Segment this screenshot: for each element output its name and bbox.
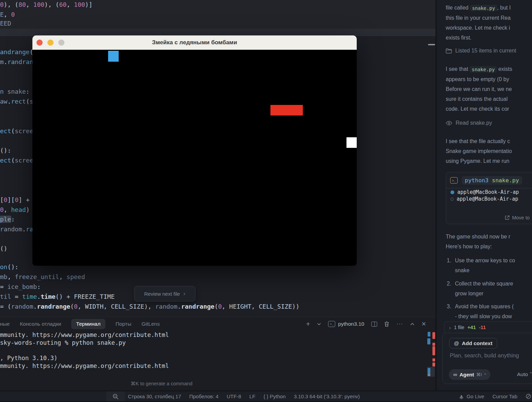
- code-token: ), (: [4, 1, 18, 8]
- add-context-button[interactable]: @ Add context: [449, 338, 497, 349]
- chat-input-placeholder[interactable]: Plan, search, build anything: [450, 352, 519, 359]
- code-token: 60: [59, 1, 66, 8]
- assistant-text-line: I see that snake.py exists: [446, 64, 532, 74]
- close-panel-button[interactable]: ×: [422, 320, 426, 328]
- code-token: (: [11, 127, 15, 135]
- zoom-traffic-light[interactable]: [58, 40, 64, 46]
- code-line: 0), (80, 100), (60, 100)]: [0, 1, 92, 9]
- minimap-slider[interactable]: [428, 44, 435, 45]
- cursor-tab-status[interactable]: Cursor Tab: [492, 393, 517, 399]
- terminal-tab-ports[interactable]: Порты: [116, 321, 131, 327]
- chevron-down-icon[interactable]: [317, 323, 321, 325]
- code-token: ,: [4, 11, 11, 18]
- terminal-session-item[interactable]: >_ python3.10: [328, 321, 364, 327]
- code-token: WIDTH: [85, 303, 103, 310]
- assistant-text-line: - they will slow you dow: [455, 311, 514, 321]
- more-actions-button[interactable]: ···: [396, 321, 403, 327]
- code-token: 0: [4, 196, 8, 203]
- assistant-paragraph: I see that the file actually cSnake game…: [446, 136, 532, 166]
- review-next-file-button[interactable]: Review next file ›: [134, 286, 195, 302]
- terminal-tab-output[interactable]: ные: [0, 321, 10, 327]
- code-token: CELL_SIZE: [111, 303, 144, 310]
- terminal-session-label: python3.10: [338, 321, 364, 327]
- terminal-output-line: , Python 3.10.3): [0, 355, 58, 361]
- status-item[interactable]: 3.10.3 64-bit ('3.10.3': pyenv): [294, 393, 360, 399]
- split-terminal-button[interactable]: [371, 322, 377, 327]
- terminal-header: ныеКонсоль отладкиТерминалПортыGitLens +…: [0, 318, 435, 330]
- code-token: 0: [218, 303, 222, 310]
- code-token: :: [26, 88, 30, 95]
- code-token: time: [41, 293, 55, 300]
- pygame-titlebar[interactable]: Змейка с ледяными бомбами: [32, 35, 357, 50]
- chevron-right-icon: ›: [183, 290, 186, 297]
- list-item-lines: Avoid the blue squares (- they will slow…: [455, 302, 514, 321]
- terminal-tab-terminal[interactable]: Терминал: [71, 319, 105, 329]
- changed-files-bar[interactable]: › 1 file +41 -11: [444, 321, 532, 333]
- text-span: I see that: [446, 66, 470, 72]
- kill-terminal-button[interactable]: [384, 321, 389, 327]
- code-line: ect(scree: [0, 127, 33, 135]
- chevron-right-icon: ›: [449, 325, 451, 330]
- terminal-output-line: mmunity. https://www.pygame.org/contribu…: [0, 362, 169, 369]
- code-token: () +: [56, 293, 74, 300]
- code-token: ,: [66, 1, 74, 8]
- terminal-tab-gitlens[interactable]: GitLens: [142, 321, 160, 327]
- terminal-output[interactable]: mmunity. https://www.pygame.org/contribu…: [0, 331, 435, 375]
- assistant-text-line: sure it contains the actual: [446, 94, 532, 104]
- terminal-toolbar: + >_ python3.10 ··· ×: [306, 318, 426, 330]
- code-token: time: [22, 293, 37, 300]
- close-traffic-light[interactable]: [36, 40, 43, 46]
- terminal-command-card[interactable]: >_ python3 snake.py apple@MacBook-Air-ap…: [446, 172, 532, 224]
- assistant-text-line: Here's how to play:: [446, 242, 532, 251]
- move-to-button[interactable]: Move to: [505, 215, 530, 220]
- status-item[interactable]: Строка 30, столбец 17: [128, 393, 181, 399]
- model-selector[interactable]: Auto ^: [517, 371, 532, 377]
- code-token: ple: [0, 216, 11, 223]
- code-line: 0, head): [0, 206, 30, 214]
- code-line: (): [0, 245, 8, 253]
- code-line: = ice_bomb:: [0, 283, 41, 291]
- terminal-output-line: sky-words-routing % python snake.py: [0, 339, 126, 346]
- terminal-output-row: apple@MacBook-Air-ap: [446, 195, 532, 202]
- food-square: [346, 137, 357, 148]
- assistant-list-item: 3.Avoid the blue squares (- they will sl…: [447, 302, 514, 321]
- terminal-panel: ныеКонсоль отладкиТерминалПортыGitLens +…: [0, 317, 435, 390]
- assistant-text-line: The game should now be r: [446, 232, 532, 242]
- status-item[interactable]: UTF-8: [227, 393, 241, 399]
- tool-call-row[interactable]: Read snake.py: [446, 120, 492, 126]
- code-token: random: [11, 303, 33, 310]
- code-token: )]: [85, 1, 92, 8]
- chat-input-box[interactable]: @ Add context Plan, search, build anythi…: [442, 333, 532, 384]
- assistant-text-line: workspace. Let me check i: [446, 23, 532, 33]
- search-button[interactable]: [106, 391, 125, 401]
- code-token: ),: [144, 303, 156, 310]
- changed-files-count: 1 file: [454, 325, 464, 330]
- terminal-tab-debug-console[interactable]: Консоль отладки: [20, 321, 61, 327]
- do-not-disturb-icon[interactable]: [526, 393, 531, 399]
- code-token: 0: [0, 206, 4, 213]
- code-token: 0: [11, 11, 15, 18]
- assistant-text-line: code. Let me check its cor: [446, 104, 532, 114]
- pygame-window[interactable]: Змейка с ледяными бомбами: [32, 35, 357, 266]
- text-span: , but I: [497, 5, 511, 11]
- traffic-lights: [36, 40, 64, 46]
- text-span: sure it contains the actual: [446, 96, 507, 102]
- folder-icon: [446, 48, 452, 53]
- status-item[interactable]: { } Python: [264, 393, 286, 399]
- tool-call-label: Listed 15 items in current: [455, 48, 516, 54]
- eye-icon: [446, 121, 452, 125]
- minimize-traffic-light[interactable]: [47, 40, 54, 46]
- code-token: head: [11, 206, 26, 213]
- status-item[interactable]: Пробелов: 4: [189, 393, 219, 399]
- agent-mode-selector[interactable]: ∞ Agent ⌘I ^: [449, 369, 490, 380]
- code-token: ect: [0, 157, 11, 164]
- code-token: .: [177, 303, 181, 310]
- code-token: ,: [78, 303, 85, 310]
- new-terminal-button[interactable]: +: [306, 320, 310, 328]
- go-live-button[interactable]: Go Live: [459, 393, 484, 399]
- maximize-panel-button[interactable]: [410, 323, 414, 325]
- status-item[interactable]: LF: [249, 393, 255, 399]
- code-token: on: [0, 263, 8, 270]
- tool-call-row[interactable]: Listed 15 items in current: [446, 48, 516, 54]
- code-token: m: [0, 58, 4, 65]
